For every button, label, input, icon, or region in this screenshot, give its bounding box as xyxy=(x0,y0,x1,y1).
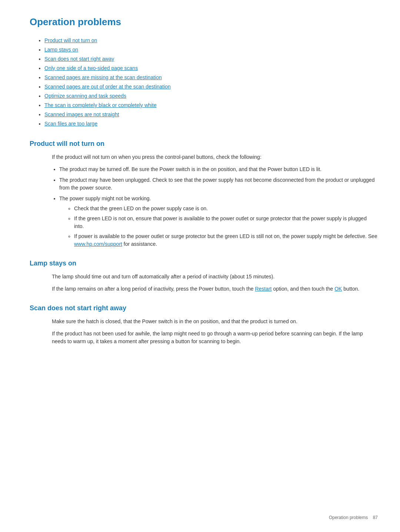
list-item: Scanned images are not straight xyxy=(44,111,378,118)
footer-page-number: 87 xyxy=(373,515,378,520)
scan-does-not-start-para2: If the product has not been used for awh… xyxy=(52,330,378,345)
toc-link-scan-does-not-start[interactable]: Scan does not start right away xyxy=(44,56,114,62)
support-suffix: for assistance. xyxy=(122,241,157,247)
lamp-para2-suffix: button. xyxy=(342,286,359,292)
list-item: Scan does not start right away xyxy=(44,55,378,63)
product-will-not-turn-on-intro: If the product will not turn on when you… xyxy=(52,153,378,161)
list-item: Product will not turn on xyxy=(44,37,378,44)
toc-link-product-will-not-turn-on[interactable]: Product will not turn on xyxy=(44,37,97,43)
ok-link[interactable]: OK xyxy=(334,286,342,292)
list-item: If power is available to the power outle… xyxy=(74,232,378,248)
list-item: Scanned pages are missing at the scan de… xyxy=(44,74,378,81)
toc-link-scan-files-too-large[interactable]: Scan files are too large xyxy=(44,121,97,127)
restart-link[interactable]: Restart xyxy=(255,286,271,292)
toc-link-only-one-side[interactable]: Only one side of a two-sided page scans xyxy=(44,65,138,71)
list-item: Check that the green LED on the power su… xyxy=(74,205,378,213)
section-title-lamp-stays-on: Lamp stays on xyxy=(30,258,378,268)
toc-link-scanned-images-not-straight[interactable]: Scanned images are not straight xyxy=(44,111,119,117)
toc-link-scanned-pages-missing[interactable]: Scanned pages are missing at the scan de… xyxy=(44,74,162,80)
toc-link-scanned-pages-order[interactable]: Scanned pages are out of order at the sc… xyxy=(44,84,171,90)
list-item: Optimize scanning and task speeds xyxy=(44,92,378,100)
section-title-scan-does-not-start: Scan does not start right away xyxy=(30,303,378,313)
lamp-para2-middle: option, and then touch the xyxy=(272,286,335,292)
list-item: Lamp stays on xyxy=(44,46,378,54)
hp-support-link[interactable]: www.hp.com/support xyxy=(74,241,122,247)
list-item: The scan is completely black or complete… xyxy=(44,101,378,109)
toc-link-scan-black-white[interactable]: The scan is completely black or complete… xyxy=(44,102,157,108)
power-available-text: If power is available to the power outle… xyxy=(74,233,377,239)
product-bullets: The product may be turned off. Be sure t… xyxy=(30,165,378,248)
toc-link-lamp-stays-on[interactable]: Lamp stays on xyxy=(44,47,78,53)
sub-bullet-list: Check that the green LED on the power su… xyxy=(59,205,378,248)
lamp-stays-on-para1: The lamp should time out and turn off au… xyxy=(52,273,378,281)
page-footer: Operation problems 87 xyxy=(329,514,378,521)
lamp-stays-on-para2: If the lamp remains on after a long peri… xyxy=(52,285,378,293)
page-title: Operation problems xyxy=(30,15,378,29)
list-item: Only one side of a two-sided page scans xyxy=(44,64,378,72)
scan-does-not-start-para1: Make sure the hatch is closed, that the … xyxy=(52,318,378,325)
list-item: Scanned pages are out of order at the sc… xyxy=(44,83,378,91)
list-item: The product may have been unplugged. Che… xyxy=(59,176,378,192)
lamp-para2-prefix: If the lamp remains on after a long peri… xyxy=(52,286,255,292)
power-supply-text: The power supply might not be working. xyxy=(59,195,151,201)
list-item: The product may be turned off. Be sure t… xyxy=(59,165,378,173)
toc-link-optimize-scanning[interactable]: Optimize scanning and task speeds xyxy=(44,93,126,99)
list-item: Scan files are too large xyxy=(44,120,378,128)
list-item: The power supply might not be working. C… xyxy=(59,195,378,248)
section-title-product-will-not-turn-on: Product will not turn on xyxy=(30,139,378,149)
list-item: If the green LED is not on, ensure that … xyxy=(74,215,378,230)
footer-label: Operation problems xyxy=(329,515,368,520)
toc-list: Product will not turn on Lamp stays on S… xyxy=(30,37,378,128)
